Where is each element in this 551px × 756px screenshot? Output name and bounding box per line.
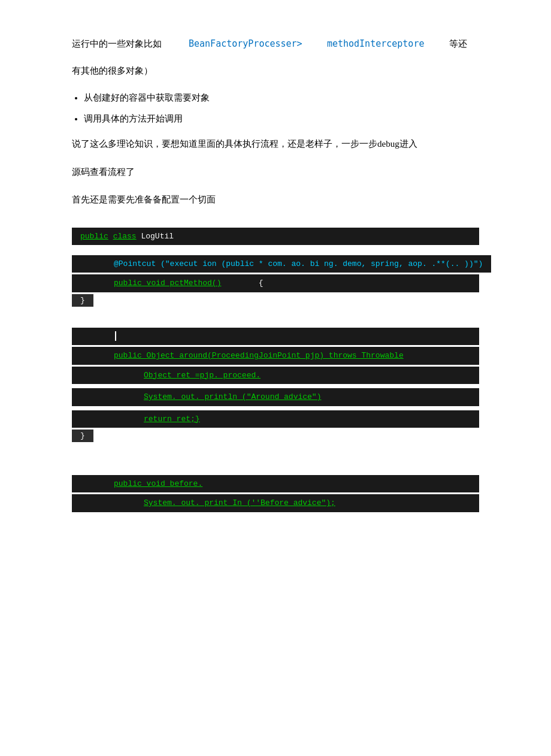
code-block-1: public class LogUtil @Pointcut ("execut …	[72, 228, 479, 309]
code-keyword-class: class	[113, 232, 137, 241]
code-object-line: Object ret =pjp. proceed.	[72, 367, 479, 384]
intro-text2: 等还	[449, 39, 467, 49]
code-before-declaration: public void before.	[72, 475, 479, 492]
bullet-item-1: 从创建好的容器中获取需要对象	[84, 90, 479, 106]
cursor-bar	[115, 331, 116, 341]
code-brace-2-row: }	[72, 430, 479, 444]
code-method-pct: public void pctMethod()	[114, 279, 221, 288]
intro-text1: 运行中的一些对象比如	[72, 39, 162, 49]
code-return-text: return ret;}	[144, 415, 200, 424]
code-line-cursor	[72, 328, 479, 345]
paragraph-1: 说了这么多理论知识，要想知道里面的具体执行流程，还是老样子，一步一步debug进…	[72, 135, 479, 153]
code-block-2: public Object around(ProceedingJoinPoint…	[72, 328, 479, 444]
code-before-print-line: System. out. print In (''Before advice")…	[72, 494, 479, 512]
code-around-text: public Object around(ProceedingJoinPoint…	[114, 351, 404, 360]
code-keyword-public: public	[80, 232, 108, 241]
code-pctmethod-line: public void pctMethod() {	[72, 274, 479, 292]
code-line-before: public void before.	[72, 475, 479, 492]
code-line-system: System. out. println ("Around advice")	[72, 388, 479, 406]
code-return-line: return ret;}	[72, 410, 479, 428]
paragraph-3: 首先还是需要先准备备配置一个切面	[72, 191, 479, 208]
code-class-declaration: public class LogUtil	[72, 228, 479, 245]
bullet-list: 从创建好的容器中获取需要对象 调用具体的方法开始调用	[84, 90, 479, 127]
paragraph-2: 源码查看流程了	[72, 164, 479, 181]
code-around-declaration: public Object around(ProceedingJoinPoint…	[72, 347, 479, 364]
code-cursor-line	[72, 328, 479, 345]
intro-paragraph: 运行中的一些对象比如 BeanFactoryProcesser> methodI…	[72, 36, 479, 52]
code-block-3: public void before. System. out. print I…	[72, 475, 479, 512]
code-brace-1: }	[72, 294, 93, 307]
bullet-item-2: 调用具体的方法开始调用	[84, 111, 479, 127]
code-system-text: System. out. println ("Around advice")	[144, 392, 321, 401]
code-line-pctmethod: public void pctMethod() {	[72, 274, 479, 292]
code-annotation-text: @Pointcut ("execut ion (public * com. ao…	[114, 259, 483, 268]
code-line-around: public Object around(ProceedingJoinPoint…	[72, 347, 479, 364]
code-line-annotation: @Pointcut ("execut ion (public * com. ao…	[72, 255, 479, 273]
code-line-return: return ret;}	[72, 410, 479, 428]
code-brace-1-row: }	[72, 294, 479, 309]
intro-code2: methodInterceptore	[327, 38, 425, 49]
code-line-before-print: System. out. print In (''Before advice")…	[72, 494, 479, 512]
code-line-class: public class LogUtil	[72, 228, 479, 245]
intro-text3: 有其他的很多对象）	[72, 63, 479, 79]
code-before-text: public void before.	[114, 479, 202, 488]
code-before-print-text: System. out. print In (''Before advice")…	[144, 498, 335, 507]
code-system-line: System. out. println ("Around advice")	[72, 388, 479, 406]
code-line-object: Object ret =pjp. proceed.	[72, 367, 479, 384]
code-brace-2: }	[72, 430, 93, 442]
code-object-text: Object ret =pjp. proceed.	[144, 371, 261, 380]
code-annotation-line: @Pointcut ("execut ion (public * com. ao…	[72, 255, 491, 273]
intro-code1: BeanFactoryProcesser>	[189, 38, 302, 49]
